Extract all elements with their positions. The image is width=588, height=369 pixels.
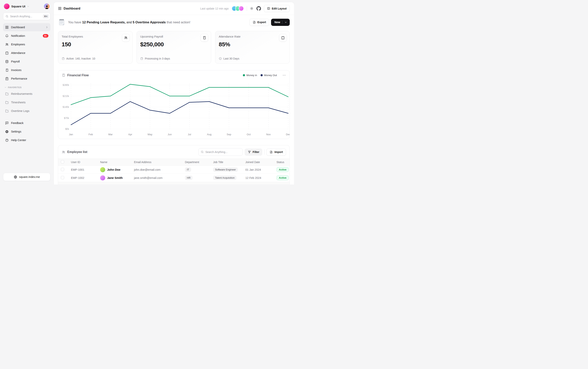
sidebar-item-dashboard[interactable]: Dashboard	[3, 23, 50, 31]
employee-avatar	[100, 167, 105, 172]
column-header[interactable]: Department	[185, 161, 213, 164]
globe-icon	[14, 175, 17, 179]
svg-text:Jan: Jan	[69, 133, 73, 136]
cell-job-title: Software Engineer	[213, 167, 245, 172]
employee-list-card: Employee list Filter Import	[58, 145, 290, 184]
file-import-icon	[270, 150, 273, 154]
sidebar-item-label: Notification	[11, 34, 25, 37]
sidebar-nav-favorites: ReimbursementsTimesheetsOvertime Logs	[3, 90, 50, 115]
sidebar-item-employees[interactable]: Employees	[3, 40, 50, 49]
page-header: Dashboard Last update 12 min ago Edit La…	[54, 2, 294, 15]
svg-text:17: 17	[282, 38, 284, 39]
row-checkbox[interactable]	[61, 176, 64, 179]
info-icon	[219, 57, 222, 60]
calendar-icon-button[interactable]: 17	[279, 34, 287, 42]
users-icon	[62, 150, 65, 154]
cell-joined-date: 01 Jan 2024	[245, 168, 276, 171]
edit-layout-label: Edit Layout	[272, 7, 287, 10]
svg-text:Nov: Nov	[266, 133, 271, 136]
sidebar-item-overtime-logs[interactable]: Overtime Logs	[3, 107, 50, 115]
divider	[282, 21, 282, 24]
chevron-down-icon	[284, 21, 287, 24]
sidebar-item-timesheets[interactable]: Timesheets	[3, 98, 50, 106]
chart-area: JanFebMarAprMayJunJulAugSepOctNovDec$0k$…	[58, 80, 290, 139]
row-checkbox[interactable]	[61, 168, 64, 171]
sidebar-item-feedback[interactable]: Feedback	[3, 119, 50, 127]
workspace-switcher[interactable]: Square UI	[3, 3, 50, 10]
receipt-icon	[5, 68, 9, 72]
column-header[interactable]: User ID	[71, 161, 100, 164]
user-avatar[interactable]	[44, 3, 49, 9]
more-options-icon[interactable]	[282, 73, 286, 77]
new-label: New	[274, 21, 280, 24]
favorites-header[interactable]: FAVORITES	[3, 86, 50, 89]
sidebar-search[interactable]: ⌘K	[3, 13, 50, 20]
svg-text:17: 17	[6, 53, 7, 54]
status-badge: Active	[276, 175, 289, 180]
sidebar-item-invoices[interactable]: Invoices	[3, 66, 50, 74]
teammate-avatar-stack[interactable]	[232, 6, 244, 11]
edit-layout-button[interactable]: Edit Layout	[264, 5, 290, 12]
sidebar-item-attendance[interactable]: 17Attendance	[3, 49, 50, 57]
person-silhouette-icon	[45, 4, 49, 9]
export-button[interactable]: Export	[249, 19, 269, 26]
chart-legend: Money inMoney Out	[243, 74, 277, 77]
column-header[interactable]: Job Title	[213, 161, 245, 164]
table-body: EMP-1001 John Doe john.doe@email.com IT …	[58, 166, 290, 182]
receipt-icon-button[interactable]	[200, 34, 208, 42]
employee-search[interactable]	[198, 148, 243, 156]
stat-cards: Total Employees 150 Active: 140, Inactiv…	[58, 31, 290, 64]
workspace-domain: square.Indev.me	[19, 175, 40, 178]
folder-icon	[5, 92, 9, 96]
sidebar-item-label: Help Center	[11, 139, 26, 142]
sidebar-item-label: Attendance	[11, 51, 25, 54]
sidebar-item-notification[interactable]: Notification9+	[3, 32, 50, 40]
cell-joined-date: 12 Feb 2024	[245, 176, 276, 179]
job-title-chip: Software Engineer	[213, 167, 238, 172]
users-icon-button[interactable]	[122, 34, 130, 42]
sidebar-item-help-center[interactable]: Help Center	[3, 136, 50, 144]
employee-search-input[interactable]	[205, 150, 240, 154]
workspace-domain-button[interactable]: square.Indev.me	[3, 173, 50, 181]
table-row[interactable]: EMP-1002 Jane Smith jane.smith@email.com…	[58, 174, 290, 182]
import-button[interactable]: Import	[266, 148, 286, 156]
chevron-down-icon	[27, 5, 29, 8]
column-header[interactable]: Email Address	[134, 161, 185, 164]
cell-department: HR	[185, 175, 213, 180]
search-input[interactable]	[10, 15, 41, 18]
column-header[interactable]: Name	[100, 161, 134, 164]
cell-name: Jane Smith	[100, 175, 134, 180]
sidebar-item-settings[interactable]: Settings	[3, 127, 50, 136]
chevron-down-icon	[4, 86, 7, 89]
folder-icon	[5, 101, 9, 104]
theme-toggle-button[interactable]	[250, 7, 254, 10]
sidebar-item-performance[interactable]: Performance	[3, 74, 50, 83]
column-header[interactable]: Status	[276, 161, 287, 164]
column-header[interactable]: Joined Date	[245, 161, 276, 164]
clipboard-icon	[5, 77, 9, 81]
stat-label: Upcoming Payroll	[140, 35, 207, 38]
svg-text:Apr: Apr	[128, 133, 132, 136]
employee-list-title: Employee list	[67, 150, 87, 154]
new-button[interactable]: New	[271, 19, 290, 26]
github-button[interactable]	[256, 6, 261, 11]
sidebar-item-label: Overtime Logs	[11, 109, 29, 113]
svg-text:$70k: $70k	[64, 117, 69, 120]
cell-job-title: Talent Acquisition	[213, 175, 245, 180]
filter-button[interactable]: Filter	[245, 148, 262, 156]
workspace-name: Square UI	[11, 5, 25, 8]
sidebar-item-label: Employees	[11, 43, 25, 46]
sidebar-item-reimbursements[interactable]: Reimbursements	[3, 90, 50, 98]
sidebar-item-label: Payroll	[11, 60, 20, 63]
cell-status: Active	[276, 175, 289, 180]
grid-icon	[58, 7, 62, 10]
table-row[interactable]: EMP-1001 John Doe john.doe@email.com IT …	[58, 166, 290, 174]
divider	[264, 149, 265, 154]
stat-footer: Processing in 3 days	[140, 57, 170, 60]
teammate-magenta-avatar[interactable]	[239, 6, 244, 11]
sidebar-item-payroll[interactable]: Payroll	[3, 57, 50, 66]
svg-text:Sep: Sep	[227, 133, 231, 136]
users-icon	[5, 43, 9, 46]
status-badge: Active	[276, 167, 289, 172]
select-all-checkbox[interactable]	[61, 160, 64, 164]
